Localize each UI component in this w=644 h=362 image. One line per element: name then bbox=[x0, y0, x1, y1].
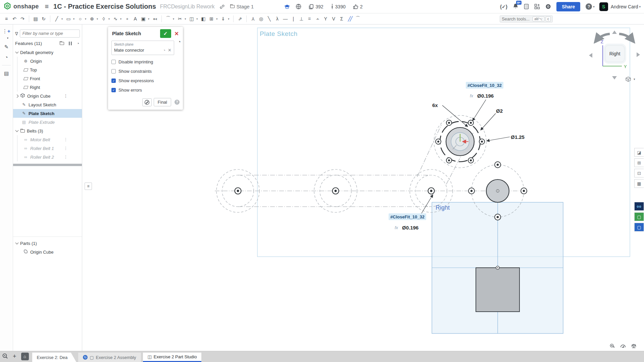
tape-measure-icon[interactable] bbox=[609, 343, 615, 350]
notifications-bell[interactable]: 9+ bbox=[513, 3, 518, 10]
home-tab-button[interactable]: ⌂ bbox=[21, 353, 29, 360]
rollback-bar[interactable] bbox=[13, 164, 82, 166]
likes-stat[interactable]: 2 bbox=[353, 4, 363, 9]
spreadsheet-panel-button[interactable]: ▢ bbox=[634, 212, 644, 221]
workspace-label[interactable]: Stage 1 bbox=[237, 4, 254, 9]
construction-icon[interactable]: ╱╱ bbox=[346, 15, 353, 23]
workspace-folder[interactable]: Stage 1 bbox=[230, 4, 254, 9]
mate-values-icon[interactable]: ⋮+ bbox=[2, 29, 10, 34]
point-tool-icon[interactable]: ∘ bbox=[123, 15, 131, 23]
closefit-badge-bottom-label[interactable]: #CloseFit_10_32 bbox=[390, 214, 425, 219]
sketch-plane-value[interactable]: Mate connector bbox=[114, 48, 144, 53]
part-row-origin-cube[interactable]: Origin Cube bbox=[13, 248, 82, 256]
docs-panel-button[interactable]: ▢ bbox=[634, 223, 644, 231]
chevron-down-icon[interactable]: ▾ bbox=[228, 17, 229, 20]
equal-constraint-icon[interactable]: = bbox=[306, 15, 313, 23]
onshape-wordmark[interactable]: onshape bbox=[13, 3, 39, 10]
chevron-down-icon[interactable]: ▾ bbox=[639, 5, 641, 8]
cancel-button[interactable]: ✕ bbox=[175, 31, 179, 37]
context-menu-dots-icon[interactable]: ⋮ bbox=[64, 155, 68, 159]
sketch-feature-list-icon[interactable]: ≡ bbox=[3, 15, 10, 23]
share-button[interactable]: Share bbox=[556, 2, 580, 11]
undo-icon[interactable]: ↶ bbox=[11, 15, 18, 23]
clear-selection-icon[interactable]: ✕ bbox=[168, 48, 171, 53]
user-name[interactable]: Andrew Card bbox=[611, 4, 638, 9]
link-icon[interactable] bbox=[219, 4, 225, 9]
chevron-down-icon[interactable] bbox=[15, 129, 19, 132]
extrude-icon[interactable]: ▤ bbox=[32, 15, 39, 23]
roller-construction-circles[interactable] bbox=[216, 115, 524, 217]
sketch-canvas[interactable]: Plate Sketch Right bbox=[0, 0, 644, 362]
tree-row-plate-sketch[interactable]: ✎Plate Sketch bbox=[13, 109, 82, 118]
history-clock-icon[interactable]: ◔ bbox=[77, 41, 79, 46]
app-store-icon[interactable] bbox=[534, 4, 540, 9]
horizontal-constraint-icon[interactable]: — bbox=[282, 15, 289, 23]
chevron-down-icon[interactable]: ▾ bbox=[85, 17, 86, 20]
parts-header-row[interactable]: Parts (1) bbox=[13, 239, 82, 248]
learning-center-panel-button[interactable]: oo bbox=[634, 202, 644, 211]
chevron-right-icon[interactable] bbox=[15, 94, 19, 98]
feature-dialog-handle[interactable]: ≡ bbox=[85, 183, 92, 190]
option-show-constraints[interactable]: Show constraints bbox=[111, 69, 180, 74]
tree-row-motor-belt[interactable]: ∞Motor Belt⋮ bbox=[13, 135, 82, 144]
line-tool-icon[interactable]: ╱ bbox=[53, 15, 60, 23]
tree-row-plate-extrude[interactable]: ▤Plate Extrude bbox=[13, 118, 82, 126]
spline-tool-icon[interactable]: ∿ bbox=[112, 15, 119, 23]
followers-stat[interactable]: 3390 bbox=[331, 4, 346, 9]
tab-exercise-2-drawing[interactable]: Exercise 2: Dea bbox=[32, 353, 77, 362]
vertical-constraint-icon[interactable]: | bbox=[290, 15, 297, 23]
tree-row-default-geometry[interactable]: Default geometry bbox=[13, 48, 82, 57]
tree-row-origin[interactable]: ⊚Origin bbox=[13, 57, 82, 65]
commit-button[interactable]: ✓ bbox=[160, 29, 171, 38]
view-mode-cube-icon[interactable]: ▾ bbox=[625, 76, 635, 82]
perpendicular-constraint-icon[interactable]: ⊥ bbox=[298, 15, 305, 23]
transform-icon[interactable]: ↻ bbox=[40, 15, 47, 23]
final-button[interactable]: Final bbox=[154, 98, 171, 106]
option-show-errors[interactable]: ✓ Show errors bbox=[111, 88, 180, 93]
dialog-help-icon[interactable]: ? bbox=[175, 100, 180, 105]
checkbox-unchecked[interactable] bbox=[111, 60, 116, 64]
redo-icon[interactable]: ↷ bbox=[19, 15, 26, 23]
configuration-panel-button[interactable]: ⊞ bbox=[634, 158, 644, 167]
context-menu-dots-icon[interactable]: ⋮ bbox=[64, 146, 68, 151]
tab-exercise-2-part-studio[interactable]: ◫ Exercise 2 Part Studio bbox=[143, 353, 202, 362]
public-globe-icon[interactable] bbox=[296, 4, 301, 9]
performance-gauge-icon[interactable] bbox=[620, 343, 626, 350]
context-menu-dots-icon[interactable]: ⋮ bbox=[64, 94, 68, 98]
tree-row-roller-belt-2[interactable]: ∞Roller Belt 2⋮ bbox=[13, 153, 82, 161]
release-notes-icon[interactable] bbox=[524, 4, 529, 9]
tree-row-top[interactable]: Top bbox=[13, 65, 82, 74]
tab-exercise-2-assembly[interactable]: ↻ ▢ Exercise 2 Assembly bbox=[78, 353, 141, 362]
mass-properties-scale-icon[interactable] bbox=[631, 343, 637, 350]
center-circle-tool-icon[interactable]: ⊕ bbox=[88, 15, 96, 23]
context-menu-dots-icon[interactable]: ⋮ bbox=[64, 137, 68, 142]
tangent-constraint-icon[interactable]: λ bbox=[274, 15, 281, 23]
rectangle-tool-icon[interactable]: ▭ bbox=[65, 15, 72, 23]
tree-row-layout-sketch[interactable]: ✎Layout Sketch bbox=[13, 100, 82, 109]
parallel-constraint-icon[interactable]: ╲ bbox=[265, 15, 273, 23]
suspend-icon[interactable] bbox=[69, 42, 72, 45]
search-tools-box[interactable]: alt/⌥ c bbox=[500, 15, 553, 22]
custom-tables-panel-button[interactable]: ▦ bbox=[634, 179, 644, 188]
midpoint-constraint-icon[interactable]: -•- bbox=[314, 15, 321, 23]
tree-row-right[interactable]: Right bbox=[13, 83, 82, 92]
checkbox-unchecked[interactable] bbox=[111, 69, 116, 73]
trim-tool-icon[interactable]: ✂ bbox=[176, 15, 184, 23]
sketch-tools-button[interactable] bbox=[142, 98, 152, 106]
checklist-icon[interactable]: ▤ bbox=[4, 71, 9, 76]
clock-icon[interactable]: ◔ bbox=[163, 48, 165, 53]
notes-icon[interactable]: ✎ bbox=[4, 44, 9, 49]
chevron-down-icon[interactable]: ▾ bbox=[61, 17, 63, 20]
diameter-dim-top[interactable]: Ø0.196 bbox=[477, 93, 494, 99]
appearance-panel-button[interactable]: ◪ bbox=[634, 148, 644, 157]
document-title[interactable]: 1C - Practice Exercise Solutions bbox=[53, 3, 156, 10]
offset-tool-icon[interactable]: ▣ bbox=[140, 15, 147, 23]
chevron-down-icon[interactable]: ▾ bbox=[120, 17, 121, 20]
checkbox-checked[interactable]: ✓ bbox=[111, 88, 116, 92]
idler-roller[interactable] bbox=[486, 179, 509, 202]
configured-features-panel-button[interactable]: ⊡ bbox=[634, 169, 644, 177]
text-tool-icon[interactable]: A bbox=[132, 15, 139, 23]
chevron-down-icon[interactable]: ▾ bbox=[73, 17, 75, 20]
concentric-constraint-icon[interactable]: ◎ bbox=[257, 15, 265, 23]
option-disable-imprinting[interactable]: Disable imprinting bbox=[111, 59, 180, 64]
